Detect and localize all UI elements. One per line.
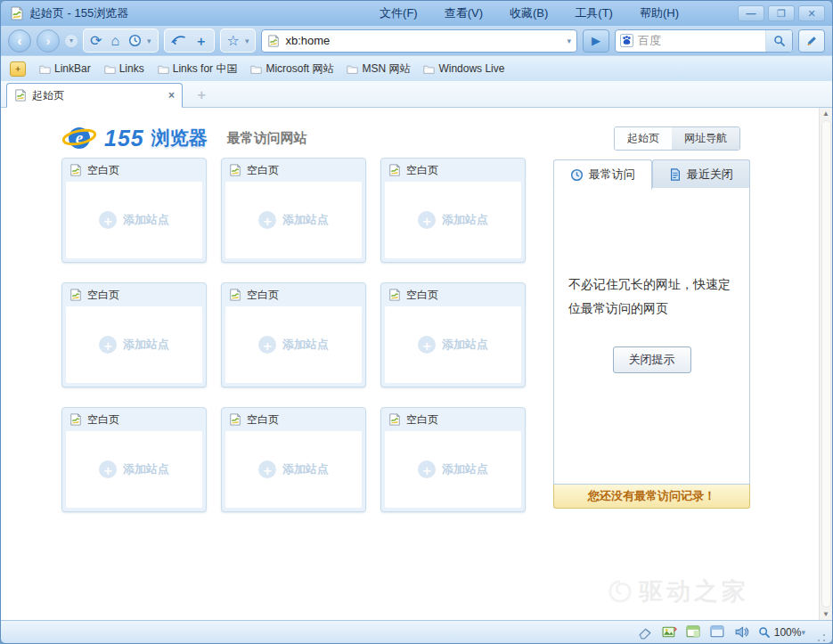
start-page-main: 空白页 ＋添加站点 空白页 ＋添加站点 空白页 ＋添加站点 空白页 ＋添加站点 bbox=[1, 158, 819, 512]
search-box[interactable]: 百度 bbox=[615, 29, 793, 53]
add-site-label: 添加站点 bbox=[123, 212, 169, 228]
panel-tabs: 最常访问 最近关闭 bbox=[553, 159, 750, 189]
home-button[interactable]: ⌂ bbox=[110, 34, 119, 48]
add-site-button[interactable]: ＋添加站点 bbox=[225, 182, 362, 258]
scroll-down-icon[interactable]: ▼ bbox=[822, 610, 829, 618]
add-site-button[interactable]: ＋添加站点 bbox=[225, 306, 362, 383]
page-title: 最常访问网站 bbox=[227, 130, 307, 147]
mute-button[interactable] bbox=[734, 624, 749, 640]
search-input[interactable]: 百度 bbox=[638, 33, 761, 49]
tile-title: 空白页 bbox=[406, 163, 438, 178]
bookmark-msn[interactable]: MSN 网站 bbox=[347, 61, 410, 77]
page-icon bbox=[669, 168, 682, 181]
scrollbar-thumb[interactable] bbox=[821, 120, 831, 607]
maximize-button[interactable]: ❐ bbox=[768, 5, 795, 21]
bookmark-linkbar[interactable]: LinkBar bbox=[39, 62, 91, 75]
history-chevron-icon[interactable]: ▾ bbox=[147, 37, 151, 45]
add-site-label: 添加站点 bbox=[442, 337, 488, 353]
zoom-chevron-icon[interactable]: ▾ bbox=[801, 628, 805, 637]
add-site-button[interactable]: ＋添加站点 bbox=[66, 182, 202, 258]
edit-button[interactable] bbox=[798, 29, 825, 53]
toggle-site-navigation[interactable]: 网址导航 bbox=[672, 127, 739, 150]
add-site-button[interactable]: ＋添加站点 bbox=[385, 431, 521, 508]
add-site-button[interactable]: ＋添加站点 bbox=[385, 182, 521, 258]
bookmark-label: Links for 中国 bbox=[173, 61, 238, 77]
menu-tools[interactable]: 工具(T) bbox=[575, 5, 613, 21]
images-toggle-button[interactable] bbox=[662, 624, 677, 640]
page-tools-group: ⟳ ⌂ ▾ bbox=[83, 29, 159, 53]
bookmark-links[interactable]: Links bbox=[104, 62, 144, 75]
plus-circle-icon: ＋ bbox=[418, 461, 436, 478]
tab-start-page[interactable]: 起始页 × bbox=[6, 83, 183, 108]
panel-tab-recently-closed[interactable]: 最近关闭 bbox=[652, 159, 751, 189]
favorites-star-button[interactable]: ☆ bbox=[227, 34, 240, 48]
tile-title: 空白页 bbox=[87, 288, 119, 303]
zoom-control[interactable]: 100% ▾ bbox=[758, 626, 805, 639]
watermark: 驱动之家 bbox=[607, 575, 749, 607]
add-site-button[interactable]: ＋添加站点 bbox=[225, 431, 362, 508]
clear-traces-button[interactable] bbox=[638, 624, 653, 640]
site-tile: 空白页 ＋添加站点 bbox=[61, 158, 207, 263]
refresh-button[interactable]: ⟳ bbox=[90, 34, 102, 48]
add-bookmark-button[interactable]: ＋ bbox=[10, 61, 26, 77]
history-button[interactable] bbox=[128, 34, 142, 47]
zoom-icon bbox=[758, 626, 771, 639]
close-button[interactable]: ✕ bbox=[798, 5, 825, 21]
resize-grip[interactable] bbox=[816, 632, 827, 643]
window-layout-button[interactable] bbox=[710, 624, 725, 640]
blank-page-icon bbox=[388, 164, 401, 176]
menu-help[interactable]: 帮助(H) bbox=[640, 5, 679, 21]
bookmark-windows-live[interactable]: Windows Live bbox=[423, 62, 504, 75]
close-hint-button[interactable]: 关闭提示 bbox=[613, 346, 691, 373]
tile-title: 空白页 bbox=[87, 412, 119, 428]
vertical-scrollbar[interactable]: ▲ ▼ bbox=[819, 108, 832, 620]
back-button[interactable]: ‹ bbox=[8, 29, 31, 53]
add-site-button[interactable]: ＋添加站点 bbox=[385, 306, 521, 383]
blank-page-icon bbox=[388, 413, 401, 426]
address-input[interactable]: xb:home bbox=[285, 34, 565, 47]
panel-tab-most-visited[interactable]: 最常访问 bbox=[553, 159, 652, 190]
favorites-chevron-icon[interactable]: ▾ bbox=[245, 37, 249, 45]
minimize-button[interactable]: — bbox=[738, 5, 764, 21]
speaker-icon bbox=[734, 624, 749, 640]
panel-body: 不必记住冗长的网址，快速定位最常访问的网页 关闭提示 bbox=[553, 188, 750, 485]
tile-header: 空白页 bbox=[381, 159, 525, 182]
add-site-label: 添加站点 bbox=[282, 337, 329, 353]
tile-header: 空白页 bbox=[62, 283, 206, 306]
plus-circle-icon: ＋ bbox=[258, 336, 276, 354]
bookmark-label: Links bbox=[119, 62, 144, 75]
new-tab-button[interactable]: ＋ bbox=[190, 86, 213, 103]
window-icon bbox=[710, 624, 725, 640]
browser-window: 起始页 - 155浏览器 文件(F) 查看(V) 收藏(B) 工具(T) 帮助(… bbox=[0, 0, 833, 644]
search-button[interactable] bbox=[765, 30, 792, 52]
add-site-button[interactable]: ＋添加站点 bbox=[66, 306, 202, 383]
scroll-up-icon[interactable]: ▲ bbox=[822, 110, 829, 118]
menu-view[interactable]: 查看(V) bbox=[445, 5, 483, 21]
add-site-label: 添加站点 bbox=[442, 212, 488, 228]
search-icon bbox=[773, 35, 786, 47]
navigation-toolbar: ‹ › ▾ ⟳ ⌂ ▾ ＋ ☆ ▾ xb:home ▾ ▶ 百度 bbox=[1, 26, 832, 55]
reopen-closed-button[interactable] bbox=[171, 35, 186, 46]
plus-circle-icon: ＋ bbox=[99, 211, 117, 229]
toggle-start-page[interactable]: 起始页 bbox=[615, 127, 672, 150]
sidebar-toggle-button[interactable] bbox=[686, 624, 701, 640]
bookmark-links-china[interactable]: Links for 中国 bbox=[158, 61, 238, 77]
go-button[interactable]: ▶ bbox=[583, 29, 609, 53]
folder-icon bbox=[347, 63, 358, 75]
menu-favorites[interactable]: 收藏(B) bbox=[510, 5, 548, 21]
address-bar[interactable]: xb:home ▾ bbox=[261, 29, 577, 53]
history-dropdown-button[interactable]: ▾ bbox=[65, 35, 78, 47]
menu-file[interactable]: 文件(F) bbox=[380, 5, 418, 21]
forward-button[interactable]: › bbox=[37, 29, 60, 53]
clock-icon bbox=[128, 34, 142, 47]
add-site-label: 添加站点 bbox=[442, 461, 488, 477]
new-tab-toolbar-button[interactable]: ＋ bbox=[195, 35, 208, 47]
bookmark-microsoft[interactable]: Microsoft 网站 bbox=[250, 61, 333, 77]
add-site-button[interactable]: ＋添加站点 bbox=[66, 431, 202, 508]
address-dropdown-icon[interactable]: ▾ bbox=[567, 37, 571, 45]
favorites-group: ☆ ▾ bbox=[220, 29, 257, 53]
panel-tab-label: 最近关闭 bbox=[687, 167, 733, 183]
tab-close-icon[interactable]: × bbox=[168, 89, 175, 102]
tab-label: 起始页 bbox=[32, 88, 64, 103]
app-icon bbox=[10, 6, 24, 20]
